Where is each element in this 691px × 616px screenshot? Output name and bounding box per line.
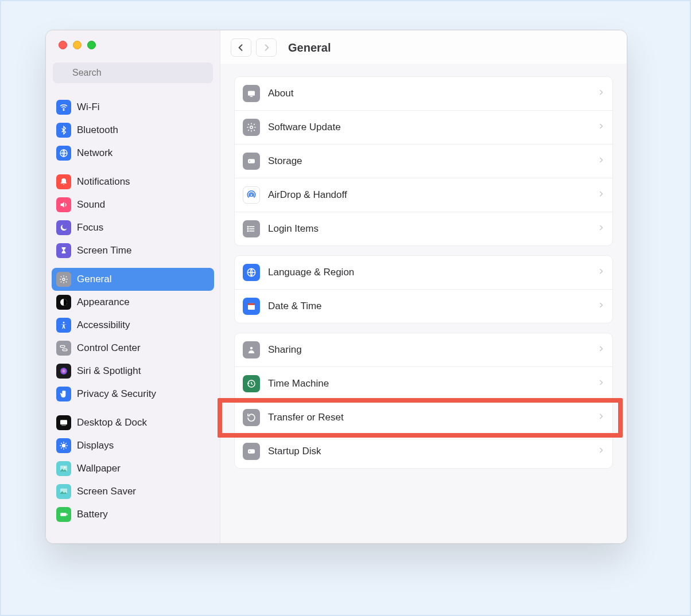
appearance-icon xyxy=(56,295,71,310)
svg-point-29 xyxy=(247,231,249,232)
sidebar-item-label: Focus xyxy=(77,219,103,236)
settings-item-storage[interactable]: Storage xyxy=(235,144,612,178)
siri-icon xyxy=(56,364,71,379)
gear-icon xyxy=(56,272,71,287)
settings-group: AboutSoftware UpdateStorageAirDrop & Han… xyxy=(234,76,613,246)
sidebar-list: Wi-FiBluetoothNetworkNotificationsSoundF… xyxy=(46,87,220,543)
chevron-right-icon xyxy=(597,446,604,457)
svg-point-33 xyxy=(253,307,255,310)
svg-point-14 xyxy=(64,467,66,469)
list-icon xyxy=(243,220,260,237)
settings-group: SharingTime MachineTransfer or ResetStar… xyxy=(234,333,613,469)
svg-point-34 xyxy=(250,347,253,350)
sidebar-item-wifi[interactable]: Wi-Fi xyxy=(52,96,214,119)
sidebar-item-appearance[interactable]: Appearance xyxy=(52,291,214,314)
sidebar-item-label: Wi-Fi xyxy=(77,99,100,116)
svg-point-22 xyxy=(249,161,250,162)
storage-icon xyxy=(243,153,260,170)
svg-point-12 xyxy=(62,444,65,447)
svg-rect-10 xyxy=(60,420,67,424)
settings-item-label: AirDrop & Handoff xyxy=(268,189,589,201)
about-icon xyxy=(243,85,260,102)
fullscreen-button[interactable] xyxy=(87,41,96,49)
wallpaper-icon xyxy=(56,461,71,476)
sidebar-item-battery[interactable]: Battery xyxy=(52,503,214,526)
settings-item-airdrop-handoff[interactable]: AirDrop & Handoff xyxy=(235,178,612,212)
sidebar-item-label: Wallpaper xyxy=(77,460,121,477)
svg-rect-17 xyxy=(67,514,67,516)
settings-item-time-machine[interactable]: Time Machine xyxy=(235,367,612,400)
close-button[interactable] xyxy=(59,41,67,49)
settings-item-label: Sharing xyxy=(268,344,589,356)
svg-rect-18 xyxy=(248,91,255,96)
sidebar-item-sound[interactable]: Sound xyxy=(52,193,214,216)
chevron-right-icon xyxy=(597,412,604,423)
settings-item-sharing[interactable]: Sharing xyxy=(235,333,612,367)
settings-item-date-time[interactable]: Date & Time xyxy=(235,289,612,323)
sidebar-item-label: General xyxy=(77,271,111,288)
settings-item-about[interactable]: About xyxy=(235,77,612,110)
sidebar-item-bluetooth[interactable]: Bluetooth xyxy=(52,119,214,142)
sidebar-item-label: Screen Time xyxy=(77,242,131,259)
chevron-right-icon xyxy=(597,301,604,312)
chevron-right-icon xyxy=(597,267,604,278)
moon-icon xyxy=(56,220,71,235)
settings-item-transfer-reset[interactable]: Transfer or Reset xyxy=(235,400,612,434)
sidebar-item-siri-spotlight[interactable]: Siri & Spotlight xyxy=(52,360,214,383)
sharing-icon xyxy=(243,341,260,358)
sidebar-item-accessibility[interactable]: Accessibility xyxy=(52,314,214,337)
globe-icon xyxy=(56,146,71,161)
sidebar-item-network[interactable]: Network xyxy=(52,142,214,165)
content-area: AboutSoftware UpdateStorageAirDrop & Han… xyxy=(220,64,627,482)
sidebar-item-privacy-security[interactable]: Privacy & Security xyxy=(52,383,214,406)
search-input[interactable] xyxy=(53,63,213,83)
sound-icon xyxy=(56,197,71,212)
minimize-button[interactable] xyxy=(73,41,81,49)
svg-rect-32 xyxy=(248,303,255,305)
chevron-right-icon xyxy=(597,378,604,389)
svg-point-2 xyxy=(63,110,64,111)
chevron-right-icon xyxy=(597,344,604,356)
sidebar-item-label: Bluetooth xyxy=(77,122,118,139)
settings-item-login-items[interactable]: Login Items xyxy=(235,212,612,245)
bluetooth-icon xyxy=(56,123,71,138)
svg-rect-16 xyxy=(60,513,67,516)
sidebar-item-displays[interactable]: Displays xyxy=(52,434,214,457)
airdrop-icon xyxy=(243,186,260,204)
forward-button[interactable] xyxy=(256,38,277,57)
settings-item-label: Login Items xyxy=(268,223,589,235)
svg-rect-19 xyxy=(250,96,253,98)
settings-item-startup-disk[interactable]: Startup Disk xyxy=(235,434,612,468)
sidebar: Wi-FiBluetoothNetworkNotificationsSoundF… xyxy=(46,30,220,543)
sidebar-item-control-center[interactable]: Control Center xyxy=(52,337,214,360)
sidebar-item-desktop-dock[interactable]: Desktop & Dock xyxy=(52,411,214,434)
svg-point-23 xyxy=(250,194,253,197)
svg-point-20 xyxy=(250,126,253,129)
settings-item-software-update[interactable]: Software Update xyxy=(235,110,612,144)
bell-icon xyxy=(56,174,71,189)
settings-item-label: Language & Region xyxy=(268,267,589,278)
sidebar-item-label: Desktop & Dock xyxy=(77,414,147,431)
svg-point-6 xyxy=(63,322,65,323)
sidebar-item-notifications[interactable]: Notifications xyxy=(52,170,214,193)
header: General xyxy=(220,30,627,64)
sidebar-item-label: Appearance xyxy=(77,294,130,311)
back-button[interactable] xyxy=(231,38,251,57)
settings-item-label: About xyxy=(268,88,589,99)
page-title: General xyxy=(288,41,331,54)
svg-point-4 xyxy=(63,278,65,280)
sidebar-item-wallpaper[interactable]: Wallpaper xyxy=(52,457,214,480)
settings-item-label: Startup Disk xyxy=(268,446,589,457)
screensaver-icon xyxy=(56,484,71,499)
sidebar-item-focus[interactable]: Focus xyxy=(52,216,214,239)
sidebar-item-screen-saver[interactable]: Screen Saver xyxy=(52,480,214,503)
svg-rect-21 xyxy=(248,159,255,163)
sidebar-item-screen-time[interactable]: Screen Time xyxy=(52,239,214,262)
sidebar-item-general[interactable]: General xyxy=(52,268,214,291)
sidebar-item-label: Sound xyxy=(77,196,105,213)
hourglass-icon xyxy=(56,243,71,258)
svg-point-9 xyxy=(60,368,67,375)
settings-item-language-region[interactable]: Language & Region xyxy=(235,256,612,289)
chevron-right-icon xyxy=(597,88,604,99)
globe-icon xyxy=(243,264,260,281)
